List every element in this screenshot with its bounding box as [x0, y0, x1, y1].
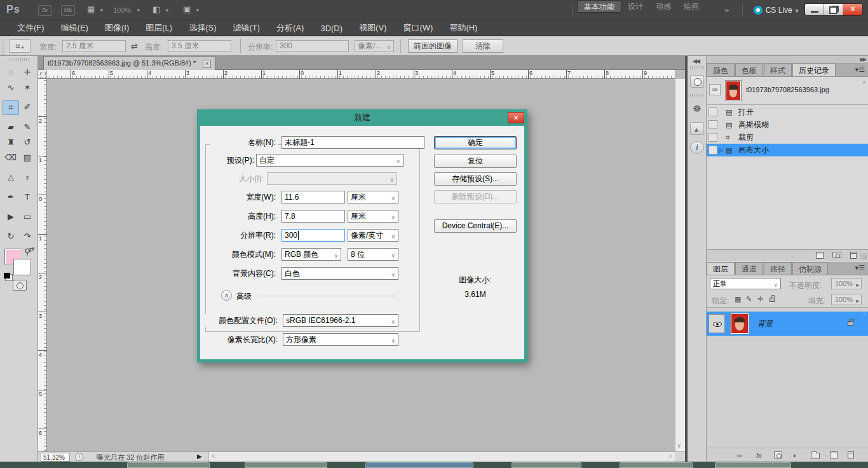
- swap-colors-icon[interactable]: ⇄: [29, 245, 34, 254]
- horizontal-scrollbar[interactable]: < >: [208, 452, 675, 462]
- workspace-button[interactable]: 设计: [621, 0, 649, 13]
- new-layer-icon[interactable]: [830, 451, 837, 458]
- panel-tab[interactable]: 色板: [735, 64, 763, 76]
- collapse-dock-icon[interactable]: ◀◀: [693, 58, 699, 64]
- zoom-level-caret-icon[interactable]: ▼: [136, 8, 141, 13]
- menu-item[interactable]: 文件(F): [9, 22, 53, 34]
- tab-close-icon[interactable]: ×: [203, 60, 211, 68]
- restore-button[interactable]: [824, 4, 843, 15]
- advanced-toggle-button[interactable]: ∧: [221, 290, 232, 301]
- menu-item[interactable]: 3D(D): [312, 24, 351, 33]
- color-mode-dropdown[interactable]: RGB 颜色∨: [281, 248, 341, 261]
- layer-style-icon[interactable]: fx: [756, 451, 762, 459]
- status-menu-arrow-icon[interactable]: ▶: [197, 453, 202, 460]
- screen-mode-icon[interactable]: ▣: [183, 4, 191, 14]
- history-source-well[interactable]: [709, 146, 717, 155]
- history-brush-tool[interactable]: ↺: [19, 135, 36, 150]
- panel-tab[interactable]: 通道: [735, 262, 763, 275]
- blend-mode-dropdown[interactable]: 正常∨: [710, 278, 781, 289]
- menu-item[interactable]: 编辑(E): [53, 22, 97, 34]
- clone-stamp-tool[interactable]: ♜: [3, 135, 19, 150]
- crop-resolution-input[interactable]: 300: [276, 40, 349, 52]
- menu-item[interactable]: 滤镜(T): [224, 22, 268, 34]
- lasso-tool[interactable]: ∿: [3, 80, 19, 95]
- 3d-rotate-tool[interactable]: ↻: [3, 229, 19, 244]
- panel-menu-icon[interactable]: ▾☰: [855, 264, 865, 272]
- 3d-roll-tool[interactable]: ↷: [19, 229, 36, 244]
- workspace-button[interactable]: 基本功能: [577, 0, 621, 13]
- close-button[interactable]: ×: [843, 4, 862, 15]
- spot-healing-brush-tool[interactable]: ▰: [3, 120, 19, 135]
- status-zoom-input[interactable]: 51.32%: [41, 453, 70, 462]
- menu-item[interactable]: 图像(I): [97, 22, 137, 34]
- taskbar-button[interactable]: [620, 462, 693, 468]
- snapshot-thumbnail[interactable]: [726, 81, 741, 100]
- ellipse-marquee-tool[interactable]: ◌: [3, 65, 19, 80]
- menu-item[interactable]: 选择(S): [180, 22, 224, 34]
- arrange-documents-icon[interactable]: ◧: [153, 4, 160, 14]
- scroll-left-icon[interactable]: <: [212, 453, 215, 460]
- new-group-icon[interactable]: [811, 453, 820, 459]
- scroll-up-icon[interactable]: ∧: [862, 311, 866, 317]
- crop-height-input[interactable]: 3.5 厘米: [168, 40, 231, 52]
- swap-dimensions-icon[interactable]: ⇄: [131, 41, 138, 51]
- lock-transparency-icon[interactable]: ▦: [735, 295, 741, 303]
- preset-dropdown[interactable]: 自定∨: [256, 154, 403, 167]
- lock-all-icon[interactable]: [770, 298, 775, 302]
- history-source-well[interactable]: [709, 120, 717, 129]
- view-extras-icon[interactable]: ▦: [87, 4, 95, 14]
- rectangle-tool[interactable]: ▭: [19, 209, 36, 224]
- quick-mask-button[interactable]: [13, 280, 27, 291]
- strip-grip[interactable]: [690, 94, 704, 97]
- eye-icon[interactable]: [713, 322, 722, 327]
- fill-input[interactable]: 100%▸: [831, 294, 862, 305]
- histogram-panel-icon[interactable]: [690, 122, 704, 135]
- ruler-corner[interactable]: [38, 70, 47, 79]
- lock-image-icon[interactable]: ✎: [746, 295, 752, 303]
- panel-tab[interactable]: 历史记录: [792, 64, 836, 76]
- background-color-swatch[interactable]: [14, 259, 31, 275]
- move-tool[interactable]: ✛: [19, 65, 36, 80]
- tool-preset-picker[interactable]: ⌗ ▾: [9, 39, 31, 53]
- adjustment-layer-icon[interactable]: ◐: [793, 451, 797, 459]
- new-document-from-state-icon[interactable]: [816, 252, 824, 259]
- menu-item[interactable]: 视图(V): [351, 22, 395, 34]
- zoom-level-dropdown[interactable]: 100%: [113, 6, 131, 14]
- history-step[interactable]: ⌗ 裁剪: [707, 131, 868, 144]
- clear-button[interactable]: 清除: [463, 39, 503, 53]
- visibility-well[interactable]: [709, 314, 725, 333]
- crop-width-input[interactable]: 2.5 厘米: [62, 40, 126, 52]
- vertical-ruler[interactable]: 210123456: [38, 79, 47, 451]
- default-colors-icon[interactable]: [4, 273, 10, 279]
- magic-wand-tool[interactable]: ✶: [19, 80, 36, 95]
- link-layers-icon[interactable]: ∞: [737, 451, 742, 459]
- height-input[interactable]: 7.8: [281, 210, 345, 223]
- menu-item[interactable]: 帮助(H): [441, 22, 485, 34]
- history-source-well[interactable]: [709, 133, 717, 142]
- view-extras-caret-icon[interactable]: ▼: [99, 8, 104, 13]
- eraser-tool[interactable]: ⌫: [3, 150, 19, 165]
- layer-row-background[interactable]: 背景: [707, 312, 868, 336]
- menu-item[interactable]: 分析(A): [268, 22, 312, 34]
- horizontal-ruler[interactable]: 6543210123456789: [38, 70, 675, 79]
- cslive-button[interactable]: CS Live ▼: [754, 4, 799, 17]
- panel-resize-grip[interactable]: [860, 253, 867, 259]
- taskbar-button[interactable]: [715, 462, 791, 468]
- panel-tab[interactable]: 仿制源: [792, 262, 828, 275]
- panel-menu-icon[interactable]: ▾☰: [855, 65, 865, 74]
- scroll-right-icon[interactable]: >: [668, 453, 672, 460]
- type-tool[interactable]: T: [19, 189, 36, 205]
- layer-thumbnail[interactable]: [731, 313, 749, 334]
- masks-panel-icon[interactable]: [690, 75, 704, 88]
- bridge-button[interactable]: Br: [38, 5, 52, 16]
- width-unit-dropdown[interactable]: 厘米∨: [348, 191, 398, 203]
- screen-mode-caret-icon[interactable]: ▼: [195, 8, 200, 13]
- panel-tab[interactable]: 颜色: [707, 64, 735, 76]
- info-panel-icon[interactable]: i: [690, 141, 704, 154]
- taskbar-button[interactable]: [365, 462, 473, 468]
- options-grip[interactable]: [1, 38, 5, 55]
- taskbar-button[interactable]: [127, 462, 210, 468]
- color-profile-dropdown[interactable]: sRGB IEC61966-2.1∨: [283, 314, 398, 327]
- add-layer-mask-icon[interactable]: [774, 451, 782, 458]
- resolution-unit-dropdown[interactable]: 像素/英寸∨: [348, 229, 398, 242]
